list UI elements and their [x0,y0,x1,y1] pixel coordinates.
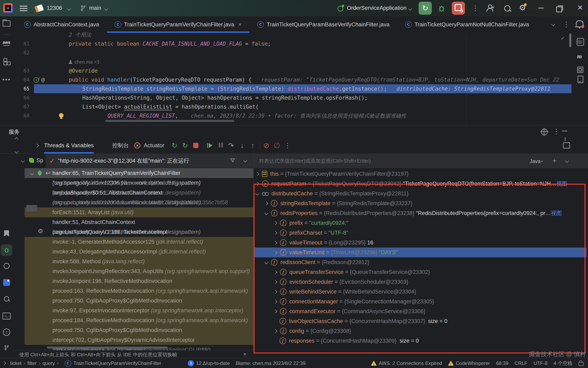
variable-row-prefix[interactable]: fprefix = "curtardly0924:" [254,218,587,228]
variable-chevron-icon[interactable] [273,241,277,244]
variable-row-redisProperties[interactable]: fredisProperties = {RedisDistributedProp… [254,208,587,218]
code-line[interactable]: chen.ma +3 [16,57,571,66]
stack-frame-row[interactable]: invoke:-1, GeneratedMethodAccessor125 (j… [25,237,253,247]
problems-tool-icon[interactable]: ! [0,329,13,336]
target-icon[interactable] [541,129,548,135]
window-minimize-button[interactable] [538,8,544,8]
window-close-button[interactable]: ✕ [577,4,583,11]
aws-tool-icon[interactable]: aws [0,40,13,46]
variable-row-redissonClient[interactable]: fredissonClient = {Redisson@22812} [254,257,587,267]
breadcrumb-item-filter[interactable]: filter [28,360,37,366]
run-config-chevron-icon[interactable] [408,7,412,10]
stack-frame-row[interactable]: proceed:750, CglibAopProxy$CglibMethodIn… [25,296,253,306]
variable-row-this[interactable]: this = {TrainTicketQueryParamVerifyChain… [254,169,587,179]
variable-chevron-icon[interactable] [255,182,259,185]
thread-selector[interactable]: ✓ "http-nio-9002-exec-3"@12,304 在组"main"… [46,154,253,168]
database-tool-icon[interactable] [577,38,584,46]
codewhisperer-status[interactable]: CodeWhisperer [448,360,490,366]
run-config-selector[interactable]: OrderServiceApplication [347,5,406,11]
delta-status[interactable]: Δ 12 Δ/up-to-date [188,360,230,366]
step-out-icon[interactable]: ↑ [248,138,257,153]
variable-row-stringRedisTemplate[interactable]: fstringRedisTemplate = {StringRedisTempl… [254,198,587,208]
variable-row-connectionManager[interactable]: fconnectionManager = {SingleConnectionMa… [254,297,587,306]
indent-config[interactable]: 4 个空格 [554,360,572,367]
filter-funnel-icon[interactable] [230,157,236,164]
lock-icon[interactable] [578,362,584,366]
variable-row-prefixCharset[interactable]: fprefixCharset = "UTF-8" [254,228,587,238]
tab-close-icon[interactable]: × [238,21,242,28]
main-menu-icon[interactable] [20,6,28,11]
view-link[interactable]: 视图 [551,208,562,218]
tabs-more-icon[interactable]: ⋮ [563,21,570,28]
code-line-63[interactable]: 63@Override [16,66,571,75]
stop-button[interactable]: 5 [452,2,465,15]
stack-frame-row[interactable]: invoke:568, Method (java.lang.reflect) [25,257,253,266]
variable-row-valueTimeout[interactable]: fvalueTimeout = {Long@23295} 16 [254,238,587,248]
frame-chevron-icon[interactable] [30,171,34,175]
variable-chevron-icon[interactable] [273,280,277,284]
mute-breakpoints-icon[interactable]: ⊘ [262,138,271,153]
variable-chevron-icon[interactable] [273,329,277,333]
code-line-65[interactable]: 65StringRedisTemplate stringRedisTemplat… [16,84,571,93]
search-everywhere-icon[interactable] [504,5,510,11]
stack-frame-row[interactable]: accept:-1, AbstractChainContext$$Lambda$… [25,198,253,207]
expand-node-icon[interactable] [32,138,41,153]
window-restore-button[interactable] [556,7,562,12]
variable-chevron-icon[interactable] [264,211,268,215]
code-line[interactable]: 2 个用法 [16,30,571,39]
inspections-ok-icon[interactable]: ✓ [561,34,564,42]
variable-chevron-icon[interactable] [264,260,268,264]
stack-frame-row[interactable]: ↩handler:65, TrainTicketQueryParamVerify… [25,168,253,178]
variable-row-writeBehindService[interactable]: fwriteBehindService = {WriteBehindServic… [254,287,587,297]
tree-node-springboot[interactable]: Sp [13,153,46,167]
stack-frame-row[interactable]: invoke:43, DelegatingMethodAccessorImpl … [25,247,253,257]
watch-language-selector[interactable]: Java▴ [530,153,543,169]
bookmark-tool-icon[interactable] [0,230,13,237]
view-link[interactable]: 视图 [556,179,567,189]
rerun-button[interactable]: ↻ [419,2,432,15]
variable-chevron-icon[interactable] [273,290,277,294]
override-arrow-icon[interactable]: ↑ [38,76,40,81]
add-user-icon[interactable]: + [487,4,492,10]
stack-frame-row[interactable]: invoke:97, ExposeInvocationInterceptor (… [25,306,253,315]
stack-frame-row[interactable]: proceed:163, ReflectiveMethodInvocation … [25,286,253,296]
intention-bulb-icon[interactable] [59,113,64,118]
project-chevron-icon[interactable] [67,7,71,10]
services-tool-icon[interactable] [0,263,13,269]
gradle-tool-icon[interactable] [577,67,583,73]
services-more-icon[interactable]: ⋮ [553,128,560,135]
variable-row-liveObjectClassCache[interactable]: fliveObjectClassCache = {ConcurrentHashM… [254,316,587,326]
device-explorer-tool-icon[interactable] [578,76,583,83]
more-tools-icon[interactable]: ••• [0,76,13,83]
git-blame[interactable]: Blame: chen.ma 2023/8/2 22:39 [236,360,306,366]
evaluate-expression-row[interactable]: 对表达式求值(Enter)或添加监视(Ctrl+Shift+Enter) Jav… [254,153,588,168]
hint-close-icon[interactable]: × [243,351,246,357]
stack-frame-row[interactable]: intercept:702, CglibAopProxy$DynamicAdvi… [25,335,253,345]
run-more-icon[interactable]: ⋮ [472,4,479,11]
caret-position[interactable]: 68:39 [496,360,508,366]
evaluate-input-placeholder[interactable]: 对表达式求值(Enter)或添加监视(Ctrl+Shift+Enter) [259,153,371,168]
maven-tool-icon[interactable]: m [577,53,582,60]
code-line-62[interactable]: 62 [16,48,571,57]
lua-tool-icon[interactable] [0,279,13,286]
collapse-stack-icon[interactable] [15,138,24,153]
file-encoding[interactable]: UTF-8 [533,360,548,366]
variable-row-config[interactable]: fconfig = {Config@23308} [254,326,587,336]
code-line-67[interactable]: 67List<Object> actualExistList = hashOpe… [16,102,571,111]
stop-process-icon[interactable] [191,138,200,153]
watch-chevron-icon[interactable] [565,159,569,163]
variable-chevron-icon[interactable] [273,310,277,313]
rerun-debug-icon[interactable]: ↻ [170,138,179,153]
pause-icon[interactable] [216,138,225,153]
variable-row-queueTransferService[interactable]: fqueueTransferService = {QueueTransferSe… [254,267,587,277]
step-into-icon[interactable]: ↓ [238,138,247,153]
editor-vscrollbar[interactable] [569,34,571,47]
code-line-68[interactable]: 68QUERY_ALL_REGION_LIST, chen.ma, 2023/8… [16,111,571,120]
rerun-with-coverage-icon[interactable]: ↻ [181,138,190,153]
stack-frame-row[interactable]: pageListTicketQueryV1:168, TicketService… [25,227,253,237]
code-line-66[interactable]: 66HashOperations<String, Object, Object>… [16,93,571,102]
branch-selector[interactable]: main [89,5,101,11]
debug-button[interactable] [437,4,446,13]
variable-chevron-icon[interactable] [273,251,277,254]
line-ending[interactable]: CRLF [514,360,527,366]
